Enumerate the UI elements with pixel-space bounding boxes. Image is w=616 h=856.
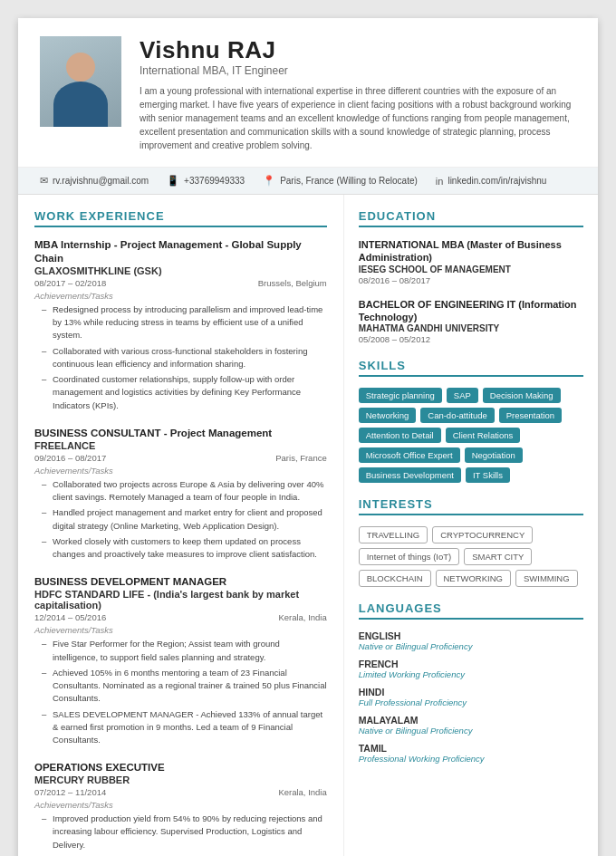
job-date-gsk: 08/2017 – 02/2018 [34, 278, 106, 288]
skills-title: SKILLS [359, 359, 583, 377]
job-title-gsk: MBA Internship - Project Management - Gl… [34, 238, 327, 265]
skill-tag: SAP [447, 388, 478, 403]
interest-tag: BLOCKCHAIN [359, 570, 431, 587]
edu-school-be: MAHATMA GANDHI UNIVERSITY [359, 323, 583, 333]
skill-tag: Negotiation [465, 447, 523, 463]
interest-tag: Internet of things (IoT) [359, 548, 459, 565]
avatar [40, 36, 121, 127]
company-freelance: FREELANCE [34, 440, 327, 451]
edu-block-mba: INTERNATIONAL MBA (Master of Business Ad… [359, 238, 583, 285]
edu-date-be: 05/2008 – 05/2012 [359, 334, 583, 344]
lang-name-french: FRENCH [359, 659, 583, 669]
phone-icon: 📱 [167, 175, 179, 187]
skills-grid: Strategic planning SAP Decision Making N… [359, 388, 583, 483]
job-date-hdfc: 12/2014 – 05/2016 [34, 612, 106, 622]
job-meta-hdfc: 12/2014 – 05/2016 Kerala, India [34, 612, 327, 622]
skill-tag: Networking [359, 408, 417, 423]
lang-malayalam: MALAYALAM Native or Bilingual Proficienc… [359, 715, 583, 736]
interest-tag: SWIMMING [515, 570, 578, 587]
languages-section: LANGUAGES ENGLISH Native or Bilingual Pr… [359, 601, 583, 764]
skill-tag: Client Relations [446, 428, 521, 443]
skill-tag: Can-do-attitude [420, 408, 494, 423]
skill-tag: Microsoft Office Expert [359, 447, 460, 463]
work-experience-title: WORK EXPERIENCE [34, 209, 327, 227]
contact-location: 📍 Paris, France (Willing to Relocate) [263, 175, 418, 187]
lang-level-hindi: Full Professional Proficiency [359, 697, 583, 707]
company-gsk: GLAXOSMITHKLINE (GSK) [34, 265, 327, 276]
skill-tag: Business Development [359, 467, 461, 483]
education-title: EDUCATION [359, 209, 583, 227]
edu-block-be: BACHELOR OF ENGINEERING IT (Information … [359, 298, 583, 345]
job-location-hdfc: Kerala, India [278, 612, 326, 622]
bullet-item: Coordinated customer relationships, supp… [42, 373, 327, 412]
bullet-item: Collaborated with various cross-function… [42, 345, 327, 371]
lang-name-hindi: HINDI [359, 687, 583, 697]
skill-tag: Presentation [499, 408, 562, 423]
lang-french: FRENCH Limited Working Proficiency [359, 659, 583, 679]
interests-title: INTERESTS [359, 497, 583, 515]
job-location-freelance: Paris, France [275, 453, 327, 463]
bullets-freelance: Collaborated two projects across Europe … [34, 478, 327, 562]
contact-phone: 📱 +33769949333 [167, 175, 245, 187]
contact-linkedin[interactable]: in linkedin.com/in/rajvishnu [436, 176, 547, 187]
resume-container: Vishnu RAJ International MBA, IT Enginee… [18, 18, 598, 856]
interest-tag: TRAVELLING [359, 526, 428, 543]
edu-school-mba: IESEG SCHOOL OF MANAGEMENT [359, 264, 583, 274]
job-location-gsk: Brussels, Belgium [258, 278, 327, 288]
achievements-label-hdfc: Achievements/Tasks [34, 625, 327, 635]
achievements-label-mercury: Achievements/Tasks [34, 800, 327, 810]
job-block-mercury: OPERATIONS EXECUTIVE MERCURY RUBBER 07/2… [34, 761, 327, 856]
lang-level-english: Native or Bilingual Proficiency [359, 641, 583, 651]
main-content: WORK EXPERIENCE MBA Internship - Project… [18, 195, 598, 856]
header-section: Vishnu RAJ International MBA, IT Enginee… [18, 18, 598, 168]
candidate-description: I am a young professional with internati… [140, 84, 576, 152]
left-column: WORK EXPERIENCE MBA Internship - Project… [18, 195, 344, 856]
contact-bar: ✉ rv.rajvishnu@gmail.com 📱 +33769949333 … [18, 168, 598, 195]
skill-tag: IT Skills [466, 467, 510, 483]
edu-date-mba: 08/2016 – 08/2017 [359, 275, 583, 285]
job-block-freelance: BUSINESS CONSULTANT - Project Management… [34, 427, 327, 561]
edu-degree-be: BACHELOR OF ENGINEERING IT (Information … [359, 298, 583, 324]
interest-tag: CRYPTOCURRENCY [432, 526, 533, 543]
bullet-item: Worked closely with customers to keep th… [42, 535, 327, 562]
bullets-gsk: Redesigned process by introducing parall… [34, 303, 327, 412]
candidate-name: Vishnu RAJ [140, 36, 576, 64]
bullets-hdfc: Five Star Performer for the Region; Assi… [34, 638, 327, 746]
skill-tag: Decision Making [483, 388, 561, 403]
candidate-title: International MBA, IT Engineer [140, 64, 576, 77]
skills-section: SKILLS Strategic planning SAP Decision M… [359, 359, 583, 483]
bullet-item: Redesigned process by introducing parall… [42, 303, 327, 342]
job-meta-gsk: 08/2017 – 02/2018 Brussels, Belgium [34, 278, 327, 288]
bullet-item: Handled project management and market en… [42, 506, 327, 533]
job-meta-freelance: 09/2016 – 08/2017 Paris, France [34, 453, 327, 463]
header-info: Vishnu RAJ International MBA, IT Enginee… [140, 36, 576, 152]
job-title-hdfc: BUSINESS DEVELOPMENT MANAGER [34, 575, 327, 589]
lang-tamil: TAMIL Professional Working Proficiency [359, 743, 583, 764]
interest-tags: TRAVELLING CRYPTOCURRENCY Internet of th… [359, 526, 583, 587]
bullet-item: Improved production yield from 54% to 90… [42, 813, 327, 851]
skill-tag: Attention to Detail [359, 428, 441, 443]
lang-level-malayalam: Native or Bilingual Proficiency [359, 726, 583, 736]
location-icon: 📍 [263, 175, 275, 187]
bullet-item: Achieved 105% in 6 months mentoring a te… [42, 667, 327, 706]
linkedin-icon: in [436, 176, 444, 187]
job-location-mercury: Kerala, India [278, 787, 326, 797]
job-date-mercury: 07/2012 – 11/2014 [34, 787, 106, 797]
email-icon: ✉ [40, 175, 48, 187]
interest-tag: SMART CITY [464, 548, 532, 565]
bullet-item: SALES DEVELOPMENT MANAGER - Achieved 133… [42, 708, 327, 747]
company-hdfc: HDFC STANDARD LIFE - (India's largest ba… [34, 589, 327, 611]
lang-name-english: ENGLISH [359, 630, 583, 641]
skill-tag: Strategic planning [359, 388, 442, 403]
interest-tag: NETWORKING [436, 570, 511, 587]
achievements-label-gsk: Achievements/Tasks [34, 291, 327, 301]
interests-section: INTERESTS TRAVELLING CRYPTOCURRENCY Inte… [359, 497, 583, 587]
edu-degree-mba: INTERNATIONAL MBA (Master of Business Ad… [359, 238, 583, 264]
job-meta-mercury: 07/2012 – 11/2014 Kerala, India [34, 787, 327, 797]
achievements-label-freelance: Achievements/Tasks [34, 466, 327, 476]
lang-hindi: HINDI Full Professional Proficiency [359, 687, 583, 707]
contact-email: ✉ rv.rajvishnu@gmail.com [40, 175, 149, 187]
lang-name-tamil: TAMIL [359, 743, 583, 754]
job-date-freelance: 09/2016 – 08/2017 [34, 453, 106, 463]
languages-title: LANGUAGES [359, 601, 583, 620]
